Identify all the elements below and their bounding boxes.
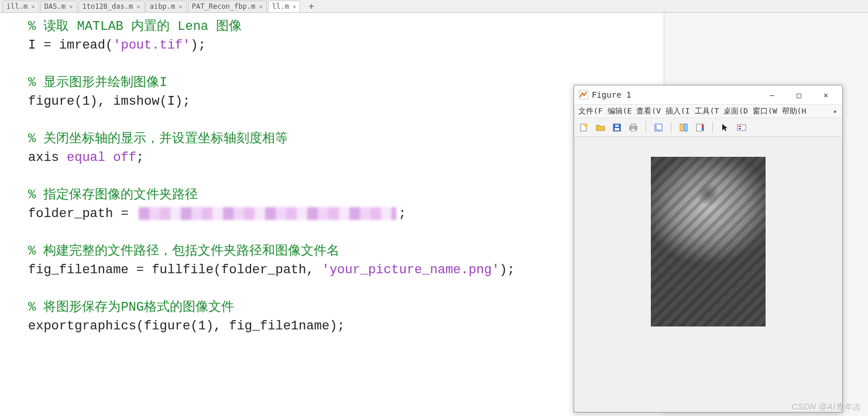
svg-rect-8	[631, 129, 636, 131]
menu-desktop[interactable]: 桌面(D	[722, 105, 750, 118]
redacted-path	[139, 207, 396, 220]
displayed-grayscale-image	[651, 157, 766, 326]
tab-label: 1to128_das.m	[83, 2, 133, 11]
toolbar-separator	[712, 122, 713, 133]
axes-icon[interactable]	[652, 121, 665, 134]
window-maximize-button[interactable]: □	[787, 87, 811, 103]
figure-canvas	[574, 137, 842, 412]
tab-label: DAS.m	[44, 2, 66, 11]
svg-rect-5	[615, 125, 619, 127]
tab-label: PAT_Recon_fbp.m	[192, 2, 255, 11]
menu-help[interactable]: 帮助(H	[780, 105, 808, 118]
file-tab-active[interactable]: ll.m ×	[268, 1, 301, 12]
edit-plot-cursor-icon[interactable]	[719, 121, 732, 134]
menu-overflow-icon[interactable]: ▸	[831, 107, 840, 115]
colorbar-icon[interactable]	[694, 121, 706, 134]
menu-tools[interactable]: 工具(T	[693, 105, 721, 118]
menu-insert[interactable]: 插入(I	[664, 105, 692, 118]
file-tab[interactable]: aibp.m ×	[146, 1, 187, 12]
figure-toolbar	[574, 118, 842, 137]
svg-rect-15	[737, 125, 746, 130]
open-folder-icon[interactable]	[594, 121, 607, 134]
svg-rect-11	[684, 124, 687, 131]
toolbar-separator	[671, 122, 671, 133]
close-icon[interactable]: ×	[259, 3, 263, 11]
close-icon[interactable]: ×	[179, 3, 183, 11]
figure-menubar: 文件(F 编辑(E 查看(V 插入(I 工具(T 桌面(D 窗口(W 帮助(H …	[574, 104, 842, 118]
close-icon[interactable]: ×	[31, 3, 35, 11]
menu-edit[interactable]: 编辑(E	[606, 105, 634, 118]
menu-file[interactable]: 文件(F	[577, 105, 605, 118]
menu-window[interactable]: 窗口(W	[751, 105, 779, 118]
svg-rect-14	[702, 128, 704, 130]
file-tab[interactable]: PAT_Recon_fbp.m ×	[188, 1, 267, 12]
editor-gutter	[0, 13, 25, 416]
svg-point-2	[584, 123, 588, 127]
close-icon[interactable]: ×	[69, 3, 73, 11]
editor-tab-bar: ill.m × DAS.m × 1to128_das.m × aibp.m × …	[0, 0, 868, 13]
file-tab[interactable]: 1to128_das.m ×	[78, 1, 145, 12]
link-plot-icon[interactable]	[677, 121, 690, 134]
tab-label: aibp.m	[150, 2, 175, 11]
svg-rect-10	[680, 124, 683, 131]
file-tab[interactable]: ill.m ×	[2, 1, 39, 12]
figure-window[interactable]: Figure 1 — □ ✕ 文件(F 编辑(E 查看(V 插入(I 工具(T …	[574, 85, 843, 412]
matlab-figure-icon	[579, 90, 588, 99]
tab-label: ill.m	[6, 2, 28, 11]
window-minimize-button[interactable]: —	[760, 87, 784, 103]
save-icon[interactable]	[610, 121, 623, 134]
toolbar-separator	[646, 122, 646, 133]
print-icon[interactable]	[627, 121, 640, 134]
insert-legend-icon[interactable]	[735, 121, 748, 134]
add-tab-button[interactable]: +	[305, 1, 318, 12]
tab-label: ll.m	[272, 2, 289, 11]
figure-title: Figure 1	[592, 90, 757, 99]
file-tab[interactable]: DAS.m ×	[40, 1, 77, 12]
window-close-button[interactable]: ✕	[814, 87, 838, 103]
svg-rect-7	[631, 124, 636, 126]
new-figure-icon[interactable]	[578, 121, 591, 134]
svg-rect-4	[615, 128, 619, 130]
figure-titlebar[interactable]: Figure 1 — □ ✕	[574, 85, 842, 104]
close-icon[interactable]: ×	[293, 3, 297, 11]
menu-view[interactable]: 查看(V	[634, 105, 663, 118]
close-icon[interactable]: ×	[136, 3, 140, 11]
code-editor[interactable]: % 读取 MATLAB 内置的 Lena 图像 I = imread('pout…	[25, 13, 664, 416]
